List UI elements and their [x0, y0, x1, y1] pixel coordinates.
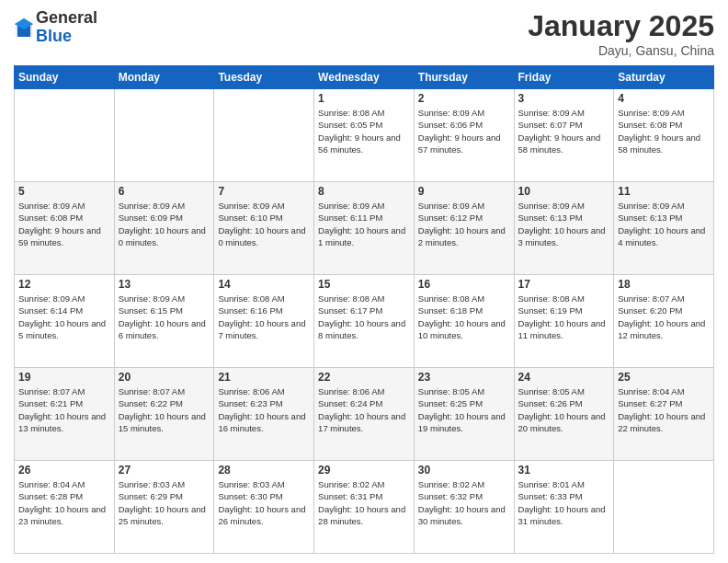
day-info: Sunrise: 8:07 AM Sunset: 6:21 PM Dayligh…	[18, 385, 110, 434]
day-info: Sunrise: 8:08 AM Sunset: 6:05 PM Dayligh…	[318, 107, 410, 155]
table-row: 20Sunrise: 8:07 AM Sunset: 6:22 PM Dayli…	[114, 368, 214, 461]
day-number: 23	[418, 371, 510, 384]
col-saturday: Saturday	[614, 66, 714, 89]
table-row: 25Sunrise: 8:04 AM Sunset: 6:27 PM Dayli…	[614, 368, 714, 461]
table-row: 10Sunrise: 8:09 AM Sunset: 6:13 PM Dayli…	[514, 182, 614, 275]
day-number: 1	[318, 92, 410, 105]
col-monday: Monday	[114, 66, 214, 89]
table-row: 19Sunrise: 8:07 AM Sunset: 6:21 PM Dayli…	[15, 368, 115, 461]
table-row: 15Sunrise: 8:08 AM Sunset: 6:17 PM Dayli…	[314, 275, 415, 368]
day-info: Sunrise: 8:09 AM Sunset: 6:08 PM Dayligh…	[18, 200, 110, 248]
day-info: Sunrise: 8:09 AM Sunset: 6:13 PM Dayligh…	[618, 200, 710, 248]
day-info: Sunrise: 8:09 AM Sunset: 6:12 PM Dayligh…	[418, 200, 510, 248]
day-number: 10	[518, 185, 610, 198]
col-friday: Friday	[514, 66, 614, 89]
day-info: Sunrise: 8:04 AM Sunset: 6:27 PM Dayligh…	[618, 385, 710, 434]
day-info: Sunrise: 8:06 AM Sunset: 6:23 PM Dayligh…	[218, 385, 310, 434]
day-number: 17	[518, 278, 610, 291]
day-info: Sunrise: 8:03 AM Sunset: 6:29 PM Dayligh…	[119, 478, 210, 527]
table-row: 16Sunrise: 8:08 AM Sunset: 6:18 PM Dayli…	[414, 275, 514, 368]
day-info: Sunrise: 8:05 AM Sunset: 6:25 PM Dayligh…	[418, 385, 510, 434]
day-info: Sunrise: 8:09 AM Sunset: 6:15 PM Dayligh…	[119, 293, 210, 341]
table-row: 23Sunrise: 8:05 AM Sunset: 6:25 PM Dayli…	[414, 368, 514, 461]
table-row: 26Sunrise: 8:04 AM Sunset: 6:28 PM Dayli…	[15, 461, 115, 554]
day-number: 27	[119, 464, 210, 477]
day-number: 29	[318, 464, 410, 477]
table-row	[214, 89, 314, 182]
table-row: 8Sunrise: 8:09 AM Sunset: 6:11 PM Daylig…	[314, 182, 415, 275]
day-info: Sunrise: 8:08 AM Sunset: 6:18 PM Dayligh…	[418, 293, 510, 341]
day-number: 19	[18, 371, 110, 384]
calendar-week-row: 12Sunrise: 8:09 AM Sunset: 6:14 PM Dayli…	[15, 275, 714, 368]
day-info: Sunrise: 8:01 AM Sunset: 6:33 PM Dayligh…	[518, 478, 610, 527]
day-info: Sunrise: 8:02 AM Sunset: 6:32 PM Dayligh…	[418, 478, 510, 527]
day-number: 8	[318, 185, 410, 198]
calendar-week-row: 5Sunrise: 8:09 AM Sunset: 6:08 PM Daylig…	[15, 182, 714, 275]
calendar-week-row: 1Sunrise: 8:08 AM Sunset: 6:05 PM Daylig…	[15, 89, 714, 182]
calendar-title: January 2025	[528, 9, 714, 43]
day-info: Sunrise: 8:09 AM Sunset: 6:11 PM Dayligh…	[318, 200, 410, 248]
calendar-week-row: 26Sunrise: 8:04 AM Sunset: 6:28 PM Dayli…	[15, 461, 714, 554]
day-number: 4	[618, 92, 710, 105]
day-number: 7	[218, 185, 310, 198]
table-row	[614, 461, 714, 554]
table-row: 13Sunrise: 8:09 AM Sunset: 6:15 PM Dayli…	[114, 275, 214, 368]
table-row: 1Sunrise: 8:08 AM Sunset: 6:05 PM Daylig…	[314, 89, 415, 182]
day-info: Sunrise: 8:08 AM Sunset: 6:16 PM Dayligh…	[218, 293, 310, 341]
day-number: 3	[518, 92, 610, 105]
day-number: 14	[218, 278, 310, 291]
day-info: Sunrise: 8:08 AM Sunset: 6:19 PM Dayligh…	[518, 293, 610, 341]
col-thursday: Thursday	[414, 66, 514, 89]
col-tuesday: Tuesday	[214, 66, 314, 89]
day-info: Sunrise: 8:04 AM Sunset: 6:28 PM Dayligh…	[18, 478, 110, 527]
logo-icon	[14, 17, 34, 38]
day-info: Sunrise: 8:03 AM Sunset: 6:30 PM Dayligh…	[218, 478, 310, 527]
calendar-subtitle: Dayu, Gansu, China	[528, 43, 714, 58]
day-number: 15	[318, 278, 410, 291]
calendar-week-row: 19Sunrise: 8:07 AM Sunset: 6:21 PM Dayli…	[15, 368, 714, 461]
table-row: 29Sunrise: 8:02 AM Sunset: 6:31 PM Dayli…	[314, 461, 415, 554]
table-row: 21Sunrise: 8:06 AM Sunset: 6:23 PM Dayli…	[214, 368, 314, 461]
day-number: 6	[119, 185, 210, 198]
logo-text: General Blue	[36, 9, 97, 46]
table-row: 22Sunrise: 8:06 AM Sunset: 6:24 PM Dayli…	[314, 368, 415, 461]
col-sunday: Sunday	[15, 66, 115, 89]
table-row	[15, 89, 115, 182]
day-info: Sunrise: 8:05 AM Sunset: 6:26 PM Dayligh…	[518, 385, 610, 434]
day-number: 20	[119, 371, 210, 384]
day-info: Sunrise: 8:09 AM Sunset: 6:13 PM Dayligh…	[518, 200, 610, 248]
day-number: 18	[618, 278, 710, 291]
day-info: Sunrise: 8:02 AM Sunset: 6:31 PM Dayligh…	[318, 478, 410, 527]
day-number: 5	[18, 185, 110, 198]
calendar-header-row: Sunday Monday Tuesday Wednesday Thursday…	[15, 66, 714, 89]
day-number: 31	[518, 464, 610, 477]
table-row: 18Sunrise: 8:07 AM Sunset: 6:20 PM Dayli…	[614, 275, 714, 368]
table-row: 27Sunrise: 8:03 AM Sunset: 6:29 PM Dayli…	[114, 461, 214, 554]
day-number: 16	[418, 278, 510, 291]
day-info: Sunrise: 8:09 AM Sunset: 6:10 PM Dayligh…	[218, 200, 310, 248]
day-number: 28	[218, 464, 310, 477]
table-row: 12Sunrise: 8:09 AM Sunset: 6:14 PM Dayli…	[15, 275, 115, 368]
day-number: 30	[418, 464, 510, 477]
calendar-table: Sunday Monday Tuesday Wednesday Thursday…	[14, 65, 714, 554]
table-row: 14Sunrise: 8:08 AM Sunset: 6:16 PM Dayli…	[214, 275, 314, 368]
table-row: 17Sunrise: 8:08 AM Sunset: 6:19 PM Dayli…	[514, 275, 614, 368]
day-number: 24	[518, 371, 610, 384]
day-number: 13	[119, 278, 210, 291]
table-row: 9Sunrise: 8:09 AM Sunset: 6:12 PM Daylig…	[414, 182, 514, 275]
day-number: 22	[318, 371, 410, 384]
table-row: 28Sunrise: 8:03 AM Sunset: 6:30 PM Dayli…	[214, 461, 314, 554]
day-number: 25	[618, 371, 710, 384]
day-info: Sunrise: 8:09 AM Sunset: 6:06 PM Dayligh…	[418, 107, 510, 155]
table-row: 30Sunrise: 8:02 AM Sunset: 6:32 PM Dayli…	[414, 461, 514, 554]
day-info: Sunrise: 8:09 AM Sunset: 6:08 PM Dayligh…	[618, 107, 710, 155]
day-number: 2	[418, 92, 510, 105]
logo: General Blue	[14, 9, 97, 46]
day-info: Sunrise: 8:07 AM Sunset: 6:22 PM Dayligh…	[119, 385, 210, 434]
day-info: Sunrise: 8:06 AM Sunset: 6:24 PM Dayligh…	[318, 385, 410, 434]
page: General Blue January 2025 Dayu, Gansu, C…	[0, 0, 728, 563]
day-number: 12	[18, 278, 110, 291]
table-row: 7Sunrise: 8:09 AM Sunset: 6:10 PM Daylig…	[214, 182, 314, 275]
table-row: 11Sunrise: 8:09 AM Sunset: 6:13 PM Dayli…	[614, 182, 714, 275]
table-row: 31Sunrise: 8:01 AM Sunset: 6:33 PM Dayli…	[514, 461, 614, 554]
